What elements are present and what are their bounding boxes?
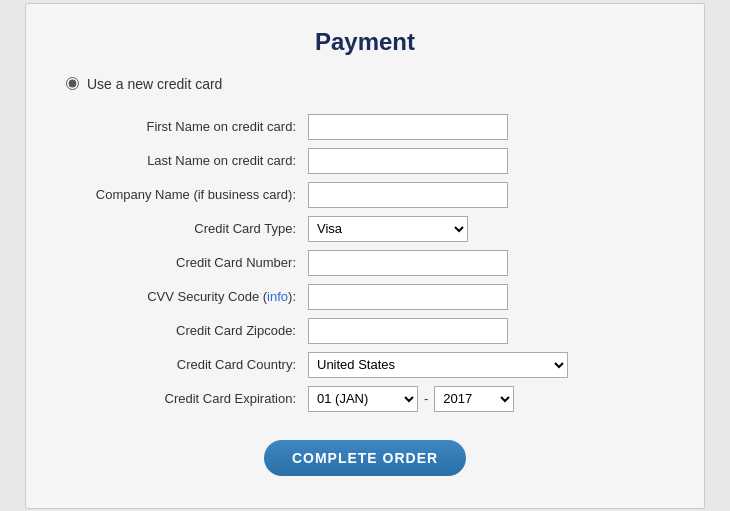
company-name-input[interactable] xyxy=(308,182,508,208)
country-select[interactable]: United States Canada United Kingdom Aust… xyxy=(308,352,568,378)
cvv-label: CVV Security Code (info): xyxy=(66,280,306,314)
radio-section: Use a new credit card xyxy=(66,76,664,92)
use-new-card-radio[interactable] xyxy=(66,77,79,90)
expiration-separator: - xyxy=(424,391,428,406)
table-row: Credit Card Expiration: 01 (JAN) 02 (FEB… xyxy=(66,382,664,416)
page-title: Payment xyxy=(66,28,664,56)
cvv-input[interactable] xyxy=(308,284,508,310)
complete-order-button[interactable]: COMPLETE ORDER xyxy=(264,440,466,476)
card-type-select[interactable]: Visa MasterCard American Express Discove… xyxy=(308,216,468,242)
first-name-label: First Name on credit card: xyxy=(66,110,306,144)
table-row: Credit Card Country: United States Canad… xyxy=(66,348,664,382)
form-table: First Name on credit card: Last Name on … xyxy=(66,110,664,416)
table-row: Last Name on credit card: xyxy=(66,144,664,178)
table-row: Credit Card Zipcode: xyxy=(66,314,664,348)
last-name-input[interactable] xyxy=(308,148,508,174)
country-label: Credit Card Country: xyxy=(66,348,306,382)
company-name-label: Company Name (if business card): xyxy=(66,178,306,212)
expiration-label: Credit Card Expiration: xyxy=(66,382,306,416)
zipcode-label: Credit Card Zipcode: xyxy=(66,314,306,348)
payment-container: Payment Use a new credit card First Name… xyxy=(25,3,705,509)
use-new-card-label: Use a new credit card xyxy=(87,76,222,92)
last-name-label: Last Name on credit card: xyxy=(66,144,306,178)
card-number-label: Credit Card Number: xyxy=(66,246,306,280)
expiration-month-select[interactable]: 01 (JAN) 02 (FEB) 03 (MAR) 04 (APR) 05 (… xyxy=(308,386,418,412)
table-row: Credit Card Number: xyxy=(66,246,664,280)
table-row: CVV Security Code (info): xyxy=(66,280,664,314)
expiration-cell: 01 (JAN) 02 (FEB) 03 (MAR) 04 (APR) 05 (… xyxy=(308,386,662,412)
table-row: Credit Card Type: Visa MasterCard Americ… xyxy=(66,212,664,246)
zipcode-input[interactable] xyxy=(308,318,508,344)
complete-btn-row: COMPLETE ORDER xyxy=(66,440,664,476)
table-row: Company Name (if business card): xyxy=(66,178,664,212)
card-type-label: Credit Card Type: xyxy=(66,212,306,246)
first-name-input[interactable] xyxy=(308,114,508,140)
table-row: First Name on credit card: xyxy=(66,110,664,144)
expiration-year-select[interactable]: 2017 2018 2019 2020 2021 2022 2023 2024 … xyxy=(434,386,514,412)
cvv-info-link[interactable]: info xyxy=(267,289,288,304)
card-number-input[interactable] xyxy=(308,250,508,276)
